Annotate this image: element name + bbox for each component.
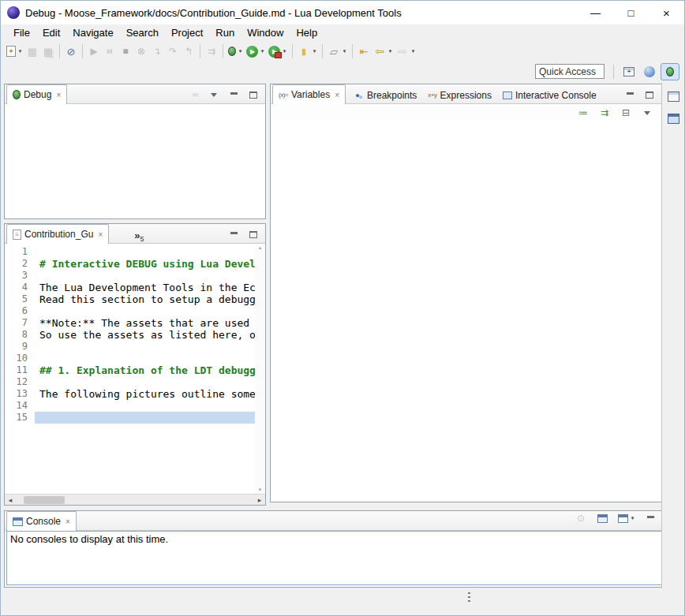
menu-item[interactable]: Navigate: [66, 25, 119, 40]
disconnect-button[interactable]: [133, 43, 149, 60]
display-console-button[interactable]: ▾: [616, 510, 637, 527]
dropdown-arrow-icon[interactable]: ▾: [260, 48, 265, 54]
remove-terminated-button[interactable]: [188, 89, 200, 100]
editor-tab-overflow[interactable]: » 5: [134, 229, 144, 243]
suspend-button[interactable]: [102, 43, 118, 60]
step-into-button[interactable]: [149, 43, 165, 60]
dropdown-arrow-icon[interactable]: ▾: [630, 515, 635, 521]
collapse-all-button[interactable]: [619, 107, 632, 118]
dropdown-arrow-icon[interactable]: ▾: [387, 48, 393, 54]
maximize-view-button[interactable]: [643, 89, 656, 100]
dropdown-arrow-icon[interactable]: ▾: [342, 48, 347, 54]
line-number: 9: [5, 341, 35, 353]
dropdown-arrow-icon[interactable]: ▾: [238, 48, 243, 54]
menu-item[interactable]: Search: [120, 25, 165, 40]
minimize-view-button[interactable]: [644, 513, 657, 524]
tab-expressions[interactable]: Expressions: [422, 86, 497, 104]
minimize-icon: [647, 515, 654, 522]
forward-button[interactable]: ▾: [395, 43, 417, 60]
horizontal-scrollbar[interactable]: ◂ ▸: [5, 494, 265, 505]
back-button[interactable]: ▾: [372, 43, 395, 60]
line-text: [35, 270, 255, 282]
tab-breakpoints[interactable]: Breakpoints: [346, 86, 422, 104]
minimize-view-button[interactable]: [227, 89, 240, 100]
dropdown-arrow-icon[interactable]: ▾: [282, 48, 287, 54]
menu-item[interactable]: Window: [241, 25, 290, 40]
titlebar: Debug - Moose_Framework/docs/Contributio…: [1, 1, 684, 24]
close-tab-icon[interactable]: ×: [66, 517, 70, 526]
trim-drag-handle[interactable]: [468, 592, 470, 603]
toolbar-icon: [328, 45, 340, 58]
console-view: Console × ▾ No consoles t: [4, 510, 683, 588]
minimize-view-button[interactable]: [623, 89, 636, 100]
pin-console-button[interactable]: [573, 510, 589, 527]
scroll-left-icon[interactable]: ◂: [5, 496, 16, 504]
save-button[interactable]: [24, 43, 40, 60]
external-tools-button[interactable]: ▾: [267, 43, 289, 60]
open-window-button[interactable]: ▾: [326, 43, 349, 60]
menu-item[interactable]: Run: [209, 25, 241, 40]
editor-text-area[interactable]: 1 2 # Interactive DEBUG using Lua Develo…: [5, 246, 255, 494]
scrollbar-track[interactable]: [16, 495, 254, 505]
use-step-filters-button[interactable]: [204, 43, 219, 60]
close-tab-icon[interactable]: ×: [98, 230, 103, 239]
dropdown-arrow-icon[interactable]: ▾: [410, 48, 416, 54]
tab-interactive-console[interactable]: Interactive Console: [497, 86, 602, 104]
toolbar-separator: [200, 44, 200, 58]
open-perspective-button[interactable]: [619, 63, 638, 80]
perspective-icon: [644, 66, 655, 77]
debug-perspective-button[interactable]: [661, 63, 679, 80]
scroll-up-icon[interactable]: ▲: [258, 245, 263, 250]
scroll-down-icon[interactable]: ▼: [258, 487, 263, 492]
minimized-outline-view-button[interactable]: [665, 110, 681, 126]
editor-tab-contribution-guide[interactable]: Contribution_Gu ×: [6, 224, 109, 244]
menu-item[interactable]: File: [7, 25, 36, 40]
editor-line: 8 So use the assets as listed here, or: [5, 329, 255, 341]
console-view-tab[interactable]: Console ×: [6, 511, 77, 531]
close-window-button[interactable]: ×: [649, 1, 684, 24]
scrollbar-thumb[interactable]: [24, 496, 65, 504]
toolbar-icon: [6, 46, 16, 57]
show-type-names-button[interactable]: [577, 107, 590, 118]
debug-view-tab[interactable]: Debug ×: [6, 84, 67, 104]
minimize-window-button[interactable]: —: [578, 1, 613, 24]
last-edit-location-button[interactable]: [356, 43, 372, 60]
run-button[interactable]: ▾: [245, 43, 267, 60]
dropdown-arrow-icon[interactable]: ▾: [17, 48, 23, 54]
line-text: [35, 400, 255, 412]
maximize-window-button[interactable]: □: [613, 1, 649, 24]
menu-item[interactable]: Edit: [36, 25, 66, 40]
close-tab-icon[interactable]: ×: [56, 91, 61, 99]
toolbar-icon: [619, 106, 632, 119]
annotate-button[interactable]: ▾: [296, 43, 319, 60]
step-return-button[interactable]: [181, 43, 197, 60]
view-menu-button[interactable]: [641, 107, 653, 118]
variables-view-content[interactable]: [271, 121, 661, 502]
dropdown-arrow-icon[interactable]: ▾: [312, 48, 317, 54]
open-console-button[interactable]: [596, 510, 609, 527]
maximize-view-button[interactable]: [247, 229, 260, 240]
quick-access-input[interactable]: Quick Access: [535, 64, 605, 79]
editor-line: 15: [5, 412, 255, 424]
menu-item[interactable]: Project: [165, 25, 209, 40]
vertical-scrollbar[interactable]: ▲ ▼: [255, 244, 265, 494]
tab-variables[interactable]: Variables ×: [272, 84, 346, 104]
maximize-view-button[interactable]: [247, 89, 260, 100]
menu-item[interactable]: Help: [290, 25, 324, 40]
debug-button[interactable]: ▾: [226, 43, 245, 60]
save-all-button[interactable]: [40, 43, 56, 60]
restore-minimized-view-button[interactable]: [665, 88, 681, 104]
show-logical-structures-button[interactable]: [598, 107, 611, 118]
editor-content[interactable]: 1 2 # Interactive DEBUG using Lua Develo…: [5, 244, 265, 505]
new-button[interactable]: ▾: [5, 43, 24, 60]
debug-view-content[interactable]: [5, 104, 265, 218]
close-tab-icon[interactable]: ×: [335, 91, 339, 99]
step-over-button[interactable]: [165, 43, 181, 60]
minimize-view-button[interactable]: [227, 229, 240, 240]
view-menu-button[interactable]: [208, 89, 220, 100]
resume-button[interactable]: [86, 43, 102, 60]
lua-perspective-button[interactable]: [640, 63, 659, 80]
terminate-button[interactable]: [118, 43, 133, 60]
skip-breakpoints-button[interactable]: [63, 43, 79, 60]
scroll-right-icon[interactable]: ▸: [254, 496, 265, 504]
